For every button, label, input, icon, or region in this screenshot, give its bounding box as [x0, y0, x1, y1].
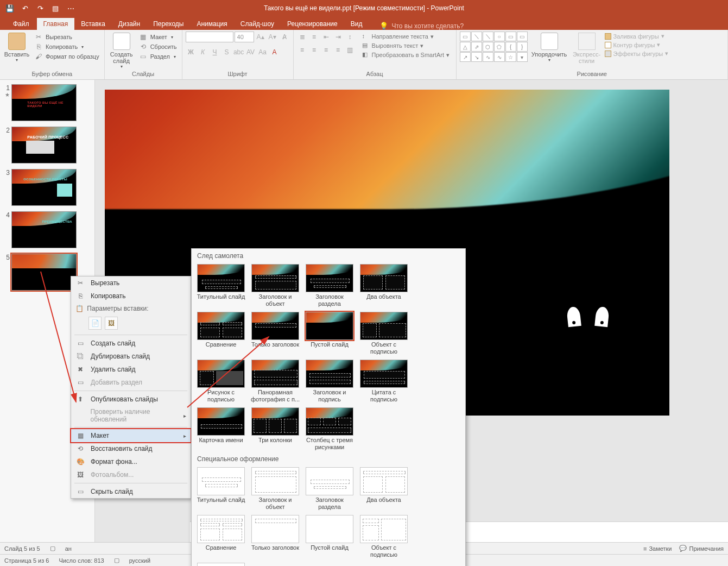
tab-insert[interactable]: Вставка: [74, 18, 112, 30]
cm-duplicate[interactable]: ⿻Дублировать слайд: [71, 350, 191, 363]
cm-publish[interactable]: ⬆Опубликовать слайды: [71, 393, 191, 406]
numbering-icon[interactable]: ≡: [309, 32, 320, 42]
slayout-title-content[interactable]: Заголовок и объект: [250, 467, 300, 511]
shapes-gallery[interactable]: ▭＼＼○▭▭ △⇗⬡⬠{} ↗↘∿∿☆▾: [460, 32, 528, 71]
cut-button[interactable]: ✂Вырезать: [33, 33, 101, 41]
cm-reset[interactable]: ⟲Восстановить слайд: [71, 442, 191, 455]
tab-file[interactable]: Файл: [5, 18, 37, 30]
thumb-2[interactable]: 2 РАБОЧИЙ ПРОЦЕСС: [2, 127, 92, 163]
slayout-section-header[interactable]: Заголовок раздела: [305, 467, 354, 511]
underline-icon[interactable]: Ч: [210, 47, 220, 58]
justify-icon[interactable]: ≡: [333, 45, 344, 55]
undo-icon[interactable]: ↶: [21, 4, 29, 12]
slayout-blank[interactable]: Пустой слайд: [305, 515, 354, 558]
bold-icon[interactable]: Ж: [186, 47, 197, 58]
tab-transitions[interactable]: Переходы: [147, 18, 190, 30]
quick-styles-button[interactable]: Экспресс- стили: [571, 32, 603, 71]
text-direction-button[interactable]: ↕Направление текста▾: [362, 33, 450, 40]
tell-me[interactable]: 💡Что вы хотите сделать?: [379, 22, 464, 30]
reset-button[interactable]: ⟲Сбросить: [137, 42, 179, 51]
shadow-icon[interactable]: S: [221, 47, 232, 58]
new-slide-button[interactable]: Создать слайд: [108, 32, 135, 71]
grow-font-icon[interactable]: A▴: [255, 32, 266, 42]
layout-title-slide[interactable]: Титульный слайд: [196, 264, 246, 307]
cm-copy[interactable]: ⎘Копировать: [71, 290, 191, 303]
qat-more-icon[interactable]: ⋯: [66, 4, 75, 12]
layout-title-content[interactable]: Заголовок и объект: [250, 264, 300, 307]
save-icon[interactable]: 💾: [5, 4, 14, 12]
cm-delete[interactable]: ✖Удалить слайд: [71, 363, 191, 376]
layout-panoramic[interactable]: Панорамная фотография с п...: [250, 360, 300, 403]
font-size-input[interactable]: [235, 32, 254, 42]
tab-home[interactable]: Главная: [37, 18, 75, 30]
slayout-title-only[interactable]: Только заголовок: [250, 515, 300, 558]
slayout-comparison[interactable]: Сравнение: [196, 515, 246, 558]
cm-hide[interactable]: ▭Скрыть слайд: [71, 485, 191, 498]
layout-three-columns[interactable]: Три колонки: [250, 407, 300, 451]
layout-three-pics[interactable]: Столбец с тремя рисунками: [305, 407, 354, 451]
arrange-button[interactable]: Упорядочить: [530, 32, 569, 71]
start-from-beginning-icon[interactable]: ▧: [51, 4, 60, 12]
notes-button[interactable]: ≡ Заметки: [643, 545, 672, 552]
thumb-3[interactable]: 3 ОСОБЕННОСТИ РАБОТЫ: [2, 169, 92, 206]
tab-animations[interactable]: Анимация: [190, 18, 233, 30]
slayout-two-content[interactable]: Два объекта: [359, 467, 409, 511]
tab-view[interactable]: Вид: [344, 18, 369, 30]
layout-blank[interactable]: Пустой слайд: [305, 312, 354, 355]
strike-icon[interactable]: abc: [233, 47, 244, 58]
italic-icon[interactable]: К: [198, 47, 208, 58]
columns-icon[interactable]: ▥: [345, 45, 356, 55]
section-button[interactable]: ▭Раздел▾: [137, 52, 179, 61]
paste-option-2[interactable]: 🖼: [105, 317, 118, 330]
redo-icon[interactable]: ↷: [36, 4, 45, 12]
align-text-button[interactable]: ▤Выровнять текст▾: [362, 42, 450, 49]
line-spacing-icon[interactable]: ↕: [345, 32, 356, 42]
paste-button[interactable]: Вставить: [3, 32, 30, 71]
layout-comparison[interactable]: Сравнение: [196, 312, 246, 355]
layout-content-caption[interactable]: Объект с подписью: [359, 312, 409, 355]
tab-slideshow[interactable]: Слайд-шоу: [234, 18, 281, 30]
align-right-icon[interactable]: ≡: [321, 45, 332, 55]
thumb-4[interactable]: 4 ПРЕИМУЩЕСТВА: [2, 211, 92, 248]
layout-button[interactable]: ▦Макет▾: [137, 33, 179, 41]
layout-two-content[interactable]: Два объекта: [359, 264, 409, 307]
layout-section-header[interactable]: Заголовок раздела: [305, 264, 354, 307]
shrink-font-icon[interactable]: A▾: [267, 32, 278, 42]
spacing-icon[interactable]: AV: [245, 47, 256, 58]
status-lang2[interactable]: русский: [129, 557, 150, 564]
case-icon[interactable]: Aa: [257, 47, 268, 58]
copy-button[interactable]: ⎘Копировать▾: [33, 42, 101, 51]
cm-format-bg[interactable]: 🎨Формат фона...: [71, 455, 191, 468]
slayout-content-caption[interactable]: Объект с подписью: [359, 515, 409, 558]
layout-title-caption[interactable]: Заголовок и подпись: [305, 360, 354, 403]
paste-option-1[interactable]: 📄: [88, 317, 102, 330]
slayout-picture-caption[interactable]: Рисунок с подписью: [196, 563, 246, 566]
layout-title-only[interactable]: Только заголовок: [250, 312, 300, 355]
cm-cut[interactable]: ✂Вырезать: [71, 276, 191, 290]
layout-picture-caption[interactable]: Рисунок с подписью: [196, 360, 246, 403]
thumb-1[interactable]: 1★ ТАКОГО ВЫ ЕЩЁ НЕ ВИДЕЛИ: [2, 84, 92, 121]
comments-button[interactable]: 💬 Примечания: [679, 545, 724, 552]
cm-layout[interactable]: ▦Макет: [71, 429, 191, 442]
status-lang[interactable]: ан: [65, 545, 72, 552]
cm-new-slide[interactable]: ▭Создать слайд: [71, 337, 191, 350]
list-level-icon[interactable]: ⇤: [321, 32, 332, 42]
format-painter-button[interactable]: 🖌Формат по образцу: [33, 52, 101, 61]
tab-review[interactable]: Рецензирование: [281, 18, 344, 30]
shape-fill-button[interactable]: Заливка фигуры▾: [605, 33, 669, 40]
shape-outline-button[interactable]: Контур фигуры▾: [605, 41, 669, 48]
bullets-icon[interactable]: ≣: [297, 32, 308, 42]
spell-check-icon[interactable]: ▢: [50, 545, 55, 552]
spell-check-icon-2[interactable]: ▢: [114, 557, 119, 564]
layout-name-card[interactable]: Карточка имени: [196, 407, 246, 451]
font-color-icon[interactable]: A: [269, 47, 280, 58]
clear-format-icon[interactable]: A̷: [279, 32, 290, 42]
smartart-button[interactable]: ◧Преобразовать в SmartArt▾: [362, 51, 450, 59]
shape-effects-button[interactable]: Эффекты фигуры▾: [605, 50, 669, 57]
layout-quote[interactable]: Цитата с подписью: [359, 360, 409, 403]
list-level2-icon[interactable]: ⇥: [333, 32, 344, 42]
align-center-icon[interactable]: ≡: [309, 45, 320, 55]
align-left-icon[interactable]: ≡: [297, 45, 308, 55]
tab-design[interactable]: Дизайн: [112, 18, 147, 30]
slayout-title-slide[interactable]: Титульный слайд: [196, 467, 246, 511]
